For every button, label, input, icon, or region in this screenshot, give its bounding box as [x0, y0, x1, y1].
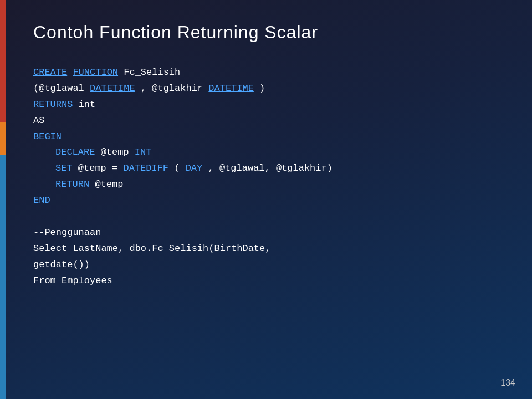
slide-number: 134 [500, 378, 515, 388]
func-name: Fc_Selisih [124, 67, 180, 78]
slide: Contoh Function Returning Scalar CREATE … [0, 0, 532, 399]
keyword-return: RETURN [55, 179, 89, 190]
type-int: INT [135, 147, 152, 157]
code-line-12: getdate()) [33, 257, 499, 273]
type-datetime2: DATETIME [208, 83, 254, 94]
keyword-end: END [33, 195, 50, 206]
code-line-9: END [33, 193, 499, 209]
code-line-blank [33, 209, 499, 225]
code-line-13: From Employees [33, 273, 499, 289]
code-line-1: CREATE FUNCTION Fc_Selisih [33, 65, 499, 81]
slide-title: Contoh Function Returning Scalar [0, 0, 532, 54]
func-datediff: DATEDIFF [123, 163, 168, 173]
code-line-3: RETURNS int [33, 97, 499, 113]
keyword-day: DAY [186, 163, 203, 173]
keyword-function: FUNCTION [73, 67, 118, 78]
code-line-2: (@tglawal DATETIME , @tglakhir DATETIME … [33, 81, 499, 97]
keyword-create: CREATE [33, 67, 67, 78]
code-content: CREATE FUNCTION Fc_Selisih (@tglawal DAT… [0, 54, 532, 399]
code-line-4: AS [33, 113, 499, 129]
code-line-8: RETURN @temp [33, 177, 499, 193]
code-line-10: --Penggunaan [33, 225, 499, 241]
code-line-7: SET @temp = DATEDIFF ( DAY , @tglawal, @… [33, 161, 499, 177]
bar-orange [0, 122, 6, 155]
keyword-returns: RETURNS [33, 99, 73, 110]
keyword-declare: DECLARE [55, 147, 95, 157]
keyword-set: SET [55, 163, 73, 173]
code-line-6: DECLARE @temp INT [33, 145, 499, 161]
code-line-5: BEGIN [33, 129, 499, 145]
accent-bars [0, 0, 6, 399]
keyword-begin: BEGIN [33, 131, 62, 142]
bar-red [0, 0, 6, 122]
code-block: CREATE FUNCTION Fc_Selisih (@tglawal DAT… [33, 65, 499, 289]
type-datetime1: DATETIME [90, 83, 135, 94]
bar-blue [0, 155, 6, 399]
code-line-11: Select LastName, dbo.Fc_Selisih(BirthDat… [33, 241, 499, 257]
